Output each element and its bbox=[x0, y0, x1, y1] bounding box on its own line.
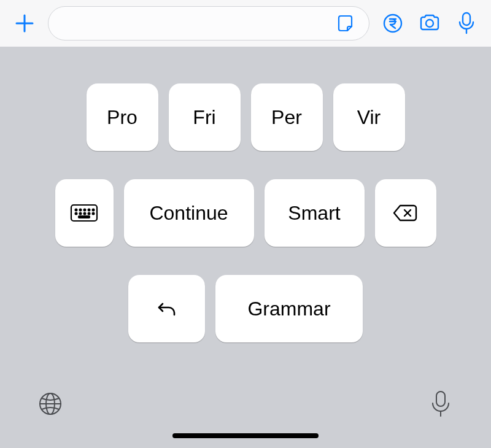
svg-point-9 bbox=[84, 209, 86, 211]
undo-key[interactable] bbox=[128, 275, 205, 342]
keyboard-row-1: Pro Fri Per Vir bbox=[0, 83, 491, 151]
message-input[interactable] bbox=[62, 17, 333, 31]
keyboard-row-2: Continue Smart bbox=[0, 179, 491, 247]
switch-keyboard-key[interactable] bbox=[55, 179, 114, 247]
backspace-key[interactable] bbox=[375, 179, 436, 247]
svg-point-8 bbox=[80, 209, 82, 211]
dictate-icon bbox=[430, 390, 452, 418]
camera-button[interactable] bbox=[416, 10, 443, 37]
continue-key-label: Continue bbox=[149, 202, 228, 225]
svg-point-11 bbox=[93, 209, 95, 211]
svg-rect-17 bbox=[79, 216, 90, 218]
keyboard-icon bbox=[70, 203, 98, 223]
sticker-button[interactable] bbox=[333, 10, 360, 37]
rupee-icon bbox=[382, 12, 404, 34]
home-indicator[interactable] bbox=[172, 433, 319, 438]
svg-point-15 bbox=[88, 213, 90, 215]
mic-icon bbox=[456, 11, 477, 36]
grammar-key[interactable]: Grammar bbox=[215, 275, 363, 342]
keyboard-row-3: Grammar bbox=[0, 275, 491, 342]
grammar-key-label: Grammar bbox=[247, 298, 330, 320]
undo-icon bbox=[156, 298, 178, 320]
backspace-icon bbox=[392, 203, 419, 223]
suggestion-key-label: Vir bbox=[357, 106, 381, 129]
plus-icon bbox=[14, 13, 35, 34]
suggestion-key-1[interactable]: Fri bbox=[169, 83, 241, 151]
payment-button[interactable] bbox=[379, 10, 406, 37]
svg-point-3 bbox=[426, 20, 433, 27]
suggestion-key-3[interactable]: Vir bbox=[333, 83, 405, 151]
svg-point-16 bbox=[93, 213, 95, 215]
voice-message-button[interactable] bbox=[453, 10, 480, 37]
suggestion-key-label: Per bbox=[271, 106, 302, 129]
chat-toolbar bbox=[0, 0, 491, 47]
keyboard-panel: Pro Fri Per Vir Continue Smart bbox=[0, 47, 491, 448]
sticker-icon bbox=[337, 14, 357, 33]
svg-point-12 bbox=[75, 213, 77, 215]
svg-point-7 bbox=[75, 209, 77, 211]
globe-icon bbox=[37, 391, 63, 417]
svg-point-10 bbox=[88, 209, 90, 211]
svg-point-13 bbox=[80, 213, 82, 215]
suggestion-key-0[interactable]: Pro bbox=[87, 83, 158, 151]
message-input-container bbox=[48, 6, 369, 41]
globe-button[interactable] bbox=[37, 390, 64, 417]
smart-key[interactable]: Smart bbox=[265, 179, 365, 247]
camera-icon bbox=[418, 12, 441, 35]
suggestion-key-label: Fri bbox=[193, 106, 215, 129]
dictate-button[interactable] bbox=[427, 390, 454, 417]
suggestion-key-2[interactable]: Per bbox=[251, 83, 323, 151]
continue-key[interactable]: Continue bbox=[124, 179, 254, 247]
svg-rect-23 bbox=[436, 392, 445, 406]
add-button[interactable] bbox=[11, 10, 38, 37]
svg-point-2 bbox=[384, 15, 401, 32]
svg-point-14 bbox=[84, 213, 86, 215]
svg-rect-4 bbox=[463, 13, 470, 25]
smart-key-label: Smart bbox=[288, 202, 340, 225]
suggestion-key-label: Pro bbox=[107, 106, 137, 129]
